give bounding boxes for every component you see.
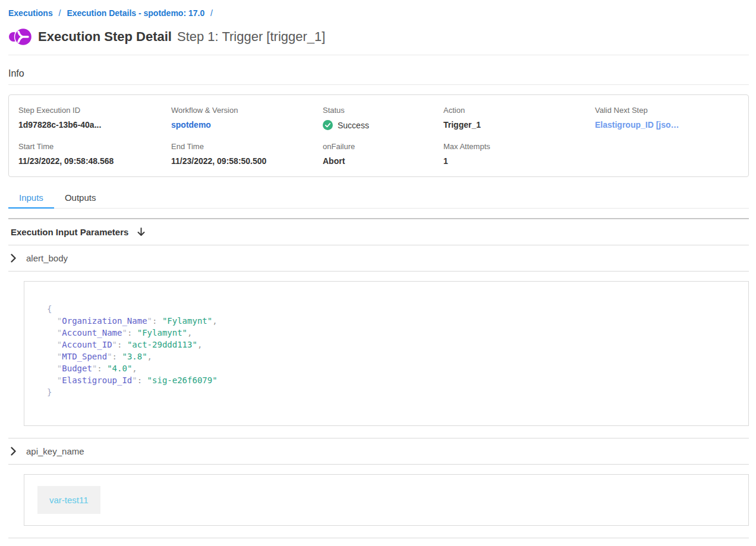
info-field-action: Action Trigger_1 <box>443 106 595 130</box>
parameters-header: Execution Input Parameters <box>8 219 749 245</box>
field-label: Valid Next Step <box>595 106 732 115</box>
field-label: Workflow & Version <box>171 106 316 115</box>
field-value: Abort <box>323 156 436 166</box>
field-label: Step Execution ID <box>18 106 164 115</box>
param-row-alert-body[interactable]: alert_body <box>8 245 749 272</box>
info-field-onfailure: onFailure Abort <box>323 142 443 166</box>
breadcrumb-separator: / <box>210 8 213 18</box>
info-card: Step Execution ID 1d97828c-13b6-40a... W… <box>8 94 749 177</box>
info-field-max-attempts: Max Attempts 1 <box>443 142 595 166</box>
tab-outputs[interactable]: Outputs <box>54 188 107 208</box>
breadcrumb: Executions / Execution Details - spotdem… <box>8 8 749 18</box>
fylamynt-logo-icon <box>8 27 32 47</box>
arrow-down-icon[interactable] <box>137 227 146 237</box>
param-row-api-key-name[interactable]: api_key_name <box>8 438 749 465</box>
chevron-right-icon <box>11 447 16 456</box>
field-value: 11/23/2022, 09:58:50.500 <box>171 156 316 166</box>
status-badge: Success <box>338 121 369 130</box>
field-value: 1d97828c-13b6-40a... <box>18 120 164 130</box>
param-name: alert_body <box>26 253 68 263</box>
field-value: Trigger_1 <box>443 120 588 130</box>
info-field-step-execution-id: Step Execution ID 1d97828c-13b6-40a... <box>18 106 171 130</box>
page-header: Execution Step Detail Step 1: Trigger [t… <box>8 27 749 47</box>
tab-inputs[interactable]: Inputs <box>8 188 54 208</box>
api-key-name-panel: var-test11 <box>24 474 749 526</box>
field-label: Max Attempts <box>443 142 588 151</box>
info-field-end-time: End Time 11/23/2022, 09:58:50.500 <box>171 142 323 166</box>
next-step-link[interactable]: Elastigroup_ID [jso… <box>595 120 679 130</box>
workflow-link[interactable]: spotdemo <box>171 120 211 130</box>
info-field-start-time: Start Time 11/23/2022, 09:58:48.568 <box>18 142 171 166</box>
field-value: 1 <box>443 156 588 166</box>
breadcrumb-execution-details-link[interactable]: Execution Details - spotdemo: 17.0 <box>67 8 204 18</box>
field-label: End Time <box>171 142 316 151</box>
param-name: api_key_name <box>26 446 84 456</box>
page-title: Execution Step Detail <box>38 29 172 45</box>
alert-body-json: { "Organization_Name": "Fylamynt", "Acco… <box>47 303 726 398</box>
field-label: Action <box>443 106 588 115</box>
info-field-empty <box>595 142 739 166</box>
page-subtitle: Step 1: Trigger [trigger_1] <box>177 29 325 45</box>
chevron-right-icon <box>11 254 16 263</box>
field-value: 11/23/2022, 09:58:48.568 <box>18 156 164 166</box>
field-label: Start Time <box>18 142 164 151</box>
field-label: onFailure <box>323 142 436 151</box>
info-field-status: Status Success <box>323 106 443 130</box>
alert-body-panel: { "Organization_Name": "Fylamynt", "Acco… <box>24 281 749 426</box>
api-key-name-value: var-test11 <box>37 486 100 514</box>
field-label: Status <box>323 106 436 115</box>
info-section-heading: Info <box>8 68 749 85</box>
check-circle-icon <box>323 120 333 130</box>
param-row-api-key-value[interactable]: api_key_value <box>8 538 749 546</box>
parameters-title: Execution Input Parameters <box>11 227 128 237</box>
execution-step-detail-page: Executions / Execution Details - spotdem… <box>0 0 756 546</box>
breadcrumb-executions-link[interactable]: Executions <box>8 8 53 18</box>
execution-input-parameters: Execution Input Parameters alert_body { … <box>8 218 749 546</box>
info-field-valid-next-step: Valid Next Step Elastigroup_ID [jso… <box>595 106 739 130</box>
tabbar: Inputs Outputs <box>8 188 749 209</box>
breadcrumb-separator: / <box>59 8 61 18</box>
info-field-workflow-version: Workflow & Version spotdemo <box>171 106 323 130</box>
header-divider <box>8 55 749 55</box>
